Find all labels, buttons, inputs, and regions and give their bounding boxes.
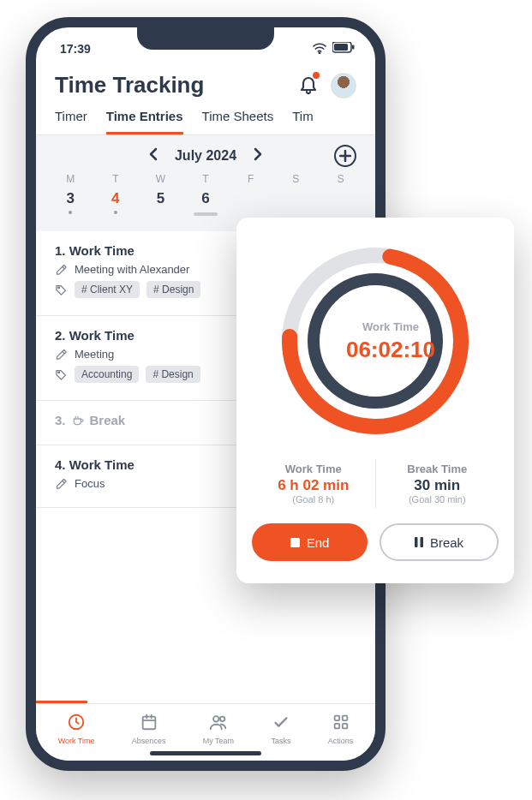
svg-rect-11: [342, 716, 347, 721]
svg-rect-7: [142, 717, 155, 730]
entry-note: Meeting: [75, 348, 114, 361]
calendar-icon: [140, 713, 158, 733]
svg-rect-17: [290, 538, 300, 547]
wifi-icon: [312, 42, 327, 57]
day-dot-icon: [69, 211, 72, 214]
entry-note: Meeting with Alexander: [75, 263, 189, 276]
entry-note: Focus: [75, 477, 105, 490]
entry-tag[interactable]: # Design: [146, 281, 200, 298]
day-cell: [273, 190, 319, 216]
home-indicator: [150, 751, 261, 755]
svg-rect-19: [420, 537, 423, 547]
month-label: July 2024: [175, 148, 236, 164]
nav-tasks[interactable]: Tasks: [271, 713, 290, 745]
nav-my-team[interactable]: My Team: [203, 713, 234, 745]
stat-break: Break Time 30 min (Goal 30 min): [376, 459, 499, 508]
break-button[interactable]: Break: [380, 523, 499, 561]
avatar[interactable]: [331, 73, 356, 99]
svg-rect-2: [334, 44, 348, 51]
tab-timer[interactable]: Timer: [55, 109, 87, 134]
ring-time: 06:02:10: [252, 337, 529, 363]
stop-icon: [290, 535, 300, 550]
nav-actions[interactable]: Actions: [328, 713, 354, 745]
day-cell[interactable]: 6: [183, 190, 229, 216]
coffee-icon: [71, 414, 85, 427]
notification-dot-icon: [313, 72, 320, 79]
timer-card: Work Time 06:02:10 Work Time 6 h 02 min …: [236, 218, 514, 583]
battery-icon: [332, 42, 355, 56]
stat-work: Work Time 6 h 02 min (Goal 8 h): [252, 459, 376, 508]
check-icon: [272, 713, 290, 733]
nav-work-time[interactable]: Work Time: [58, 713, 95, 745]
prev-month-button[interactable]: [147, 147, 159, 164]
tag-icon: [55, 368, 68, 381]
day-dot-icon: [114, 211, 117, 214]
page-header: Time Tracking: [36, 62, 375, 105]
nav-absences[interactable]: Absences: [132, 713, 166, 745]
tabs-bar: Timer Time Entries Time Sheets Tim: [36, 105, 375, 135]
day-cell[interactable]: 5: [138, 190, 183, 216]
add-entry-button[interactable]: [334, 145, 356, 167]
svg-point-0: [319, 52, 320, 54]
tag-icon: [55, 284, 68, 296]
grid-icon: [332, 713, 350, 733]
svg-point-4: [58, 286, 60, 288]
pause-icon: [415, 535, 423, 550]
edit-icon: [55, 263, 68, 276]
entry-tag[interactable]: # Design: [146, 366, 200, 383]
svg-rect-12: [334, 724, 339, 729]
svg-rect-13: [342, 724, 347, 729]
edit-icon: [55, 477, 68, 490]
svg-point-9: [220, 717, 225, 722]
tab-overflow[interactable]: Tim: [292, 109, 313, 134]
svg-point-5: [58, 371, 60, 373]
day-cell: [228, 190, 273, 216]
clock-icon: [67, 713, 86, 733]
end-button[interactable]: End: [252, 523, 368, 561]
svg-point-8: [213, 716, 218, 721]
edit-icon: [55, 348, 68, 361]
svg-rect-3: [352, 45, 355, 50]
notch: [137, 26, 274, 50]
users-icon: [209, 713, 228, 733]
day-cell[interactable]: 3: [48, 190, 93, 216]
next-month-button[interactable]: [252, 147, 264, 164]
ring-label: Work Time: [252, 320, 529, 333]
svg-rect-10: [334, 716, 339, 721]
entry-tag[interactable]: Accounting: [75, 366, 139, 383]
clock-time: 17:39: [60, 42, 91, 56]
tab-time-sheets[interactable]: Time Sheets: [202, 109, 274, 134]
day-cell: [318, 190, 363, 216]
weekday-row: M T W T F S S: [36, 164, 375, 185]
tab-time-entries[interactable]: Time Entries: [106, 109, 183, 134]
day-cell[interactable]: 4: [93, 190, 139, 216]
page-title: Time Tracking: [55, 72, 204, 99]
svg-rect-18: [415, 537, 418, 547]
entry-tag[interactable]: # Client XY: [75, 281, 140, 298]
notifications-button[interactable]: [298, 74, 319, 98]
